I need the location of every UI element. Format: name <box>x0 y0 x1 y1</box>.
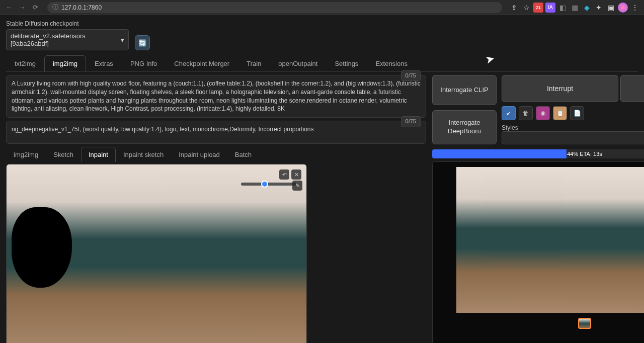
tool-arrow-icon[interactable]: ↙ <box>502 106 516 120</box>
browser-actions: ⇪ ☆ 21 IA ◧ ▦ ◆ ✦ ▣ ⋮ <box>509 3 640 13</box>
subtab-inpaint[interactable]: Inpaint <box>81 147 116 162</box>
brush-tool-icon[interactable]: ✎ <box>292 181 302 191</box>
checkpoint-label: Stable Diffusion checkpoint <box>6 20 129 27</box>
output-panel: ✕ <box>432 161 644 343</box>
sidepanel-icon[interactable]: ▣ <box>606 3 616 13</box>
interrogate-deepbooru-button[interactable]: Interrogate DeepBooru <box>432 110 497 144</box>
ext-icon-3[interactable]: ◧ <box>557 3 568 13</box>
tool-palette-icon[interactable]: ◉ <box>536 106 550 120</box>
chevron-down-icon: ▾ <box>121 36 124 44</box>
checkpoint-value: deliberate_v2.safetensors [9aba26abdf] <box>11 32 121 47</box>
prompt-text: A Luxury living room with high quality w… <box>12 80 421 112</box>
subtab-img2img[interactable]: img2img <box>6 147 46 162</box>
tab-img2img[interactable]: img2img <box>44 55 86 71</box>
subtab-inpaint-upload[interactable]: Inpaint upload <box>171 147 227 162</box>
neg-prompt-text: ng_deepnegative_v1_75t, (worst quality, … <box>12 126 314 133</box>
tab-extras[interactable]: Extras <box>86 55 122 71</box>
browser-toolbar: ← → ⟳ ⓘ 127.0.0.1:7860 ⇪ ☆ 21 IA ◧ ▦ ◆ ✦… <box>0 0 644 15</box>
negative-prompt-textarea[interactable]: 0/75 ng_deepnegative_v1_75t, (worst qual… <box>6 121 426 144</box>
menu-icon[interactable]: ⋮ <box>630 3 640 13</box>
forward-icon[interactable]: → <box>17 3 27 13</box>
info-icon: ⓘ <box>52 3 58 12</box>
ext-icon-4[interactable]: ▦ <box>570 3 580 13</box>
prompt-textarea[interactable]: 0/75 A Luxury living room with high qual… <box>6 75 426 118</box>
checkpoint-select[interactable]: deliberate_v2.safetensors [9aba26abdf] ▾ <box>6 29 129 50</box>
reload-icon[interactable]: ⟳ <box>30 3 40 13</box>
styles-label: Styles <box>502 124 644 131</box>
output-image[interactable] <box>456 167 644 313</box>
tool-clipboard-icon[interactable]: 📋 <box>553 106 567 120</box>
clear-icon[interactable]: ✕ <box>291 169 301 180</box>
inpaint-mask <box>12 207 72 288</box>
tab-openoutpaint[interactable]: openOutpaint <box>270 55 326 71</box>
sub-tabs: img2img Sketch Inpaint Inpaint sketch In… <box>6 147 426 162</box>
bookmark-icon[interactable]: ☆ <box>521 3 531 13</box>
output-thumbnail[interactable] <box>578 318 591 329</box>
interrupt-button[interactable]: Interrupt <box>502 75 618 102</box>
ext-icon-1[interactable]: 21 <box>533 3 543 13</box>
progress-text: 44% ETA: 13s <box>432 149 644 158</box>
undo-icon[interactable]: ↶ <box>279 169 289 180</box>
url-text: 127.0.0.1:7860 <box>61 4 102 11</box>
extensions-icon[interactable]: ✦ <box>594 3 604 13</box>
url-bar[interactable]: ⓘ 127.0.0.1:7860 <box>47 2 502 13</box>
tool-file-icon[interactable]: 📄 <box>570 106 584 120</box>
subtab-batch[interactable]: Batch <box>227 147 259 162</box>
styles-select[interactable]: ✕ ▾ <box>502 131 644 144</box>
tab-txt2img[interactable]: txt2img <box>6 55 44 71</box>
tab-train[interactable]: Train <box>238 55 270 71</box>
skip-button[interactable]: Skip <box>620 75 644 102</box>
ext-icon-5[interactable]: ◆ <box>582 3 592 13</box>
tab-extensions[interactable]: Extensions <box>367 55 416 71</box>
inpaint-canvas[interactable]: ↶ ✕ ✎ ◀ ▶ <box>6 164 307 343</box>
progress-bar: 44% ETA: 13s <box>432 149 644 158</box>
brush-size-slider[interactable] <box>241 183 296 186</box>
tab-settings[interactable]: Settings <box>326 55 367 71</box>
share-icon[interactable]: ⇪ <box>509 3 519 13</box>
refresh-checkpoint-button[interactable]: 🔄 <box>135 35 150 50</box>
tool-trash-icon[interactable]: 🗑 <box>519 106 533 120</box>
neg-prompt-token-counter: 0/75 <box>401 116 421 127</box>
profile-avatar[interactable] <box>618 3 628 13</box>
source-image <box>7 164 306 343</box>
prompt-token-counter: 0/75 <box>401 70 421 81</box>
tab-checkpoint-merger[interactable]: Checkpoint Merger <box>166 55 238 71</box>
subtab-inpaint-sketch[interactable]: Inpaint sketch <box>116 147 171 162</box>
interrogate-clip-button[interactable]: Interrogate CLIP <box>432 75 497 105</box>
main-tabs: txt2img img2img Extras PNG Info Checkpoi… <box>6 55 638 72</box>
ext-icon-2[interactable]: IA <box>545 3 555 13</box>
subtab-sketch[interactable]: Sketch <box>46 147 81 162</box>
tab-pnginfo[interactable]: PNG Info <box>122 55 166 71</box>
back-icon[interactable]: ← <box>4 3 14 13</box>
